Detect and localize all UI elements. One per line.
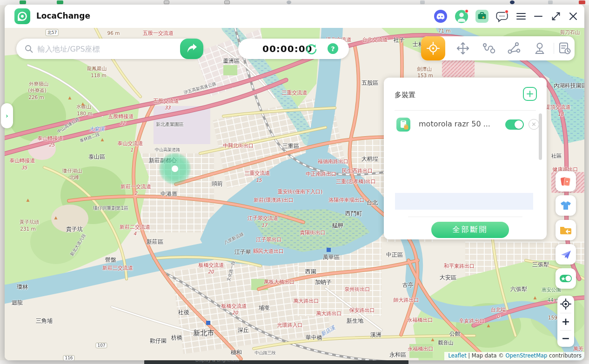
map-label: 保安路出口: [349, 307, 375, 314]
help-button[interactable]: ?: [328, 43, 338, 54]
map-label: 三重區: [282, 142, 299, 150]
history-icon: [558, 41, 572, 55]
teleport-go-button[interactable]: [180, 39, 203, 59]
map-label: 枋橋: [171, 334, 182, 342]
panel-title: 多裝置: [395, 91, 415, 99]
map-label: 三角埔: [36, 317, 53, 325]
toolbox-icon[interactable]: [475, 10, 489, 23]
move-arrows-icon: [456, 41, 470, 55]
map-label: 光環路入口: [277, 322, 303, 329]
map-label: 0: [497, 314, 500, 319]
two-spot-route-icon: [482, 41, 495, 55]
map-label: 萬華區: [323, 253, 340, 261]
map-label: 汐五高架高速公路: [183, 81, 217, 96]
map-label: 新北產業園區: [156, 121, 184, 128]
map-label: 縣民大道出口: [253, 248, 284, 255]
two-spot-mode-button[interactable]: [476, 36, 501, 60]
multi-direction-mode-button[interactable]: [451, 36, 475, 60]
minimize-icon[interactable]: [532, 10, 545, 23]
share-plane-shortcut[interactable]: [556, 244, 576, 265]
panel-scrollbar[interactable]: [539, 113, 542, 160]
map-label: ▲: [27, 198, 30, 202]
device-phone-icon: [396, 118, 410, 132]
map-label: 新莊(環漢路)出口: [254, 197, 294, 204]
cards-icon: [559, 174, 573, 188]
search-input[interactable]: [37, 44, 167, 54]
background-app-icon: [420, 0, 425, 4]
map-label: 福德南路出口: [318, 158, 348, 165]
map-label: 萬大路出口: [316, 310, 342, 317]
tshirt-icon: [559, 199, 573, 212]
feature-toggle-shortcut[interactable]: [556, 268, 576, 289]
maximize-icon[interactable]: [549, 10, 562, 23]
map-label: 159: [548, 315, 557, 320]
map-label: 永和區: [389, 351, 406, 359]
map-label: 瓊仔湖山: [62, 168, 82, 174]
map-label: 116: [63, 355, 74, 360]
map-label: 內湖科技園區: [554, 82, 584, 90]
map-label: 2: [134, 191, 137, 196]
map-label: 35: [21, 165, 27, 170]
map-label: 新莊區: [147, 238, 163, 246]
remove-device-button[interactable]: ✕: [529, 119, 539, 130]
map-label: (外寮崙): [28, 87, 47, 94]
current-location-marker[interactable]: [159, 152, 191, 185]
import-folder-shortcut[interactable]: [556, 220, 576, 240]
notification-dot: [505, 10, 509, 13]
disconnect-all-button[interactable]: 全部斷開: [431, 222, 509, 238]
map-label: 板橋交流道: [199, 262, 224, 269]
map-label: 新莊三交流道: [102, 265, 133, 271]
add-device-button[interactable]: [523, 87, 537, 101]
map-label: 溪洲: [370, 331, 382, 339]
close-icon[interactable]: [567, 10, 580, 23]
map-label: 六張犁: [510, 285, 527, 293]
map-label: 洛陽停車場出口: [329, 197, 365, 204]
map-label: 永福橋出口: [408, 345, 434, 352]
background-app-icon: [510, 0, 515, 4]
map-label: 中正區: [386, 251, 403, 259]
map-label: 新北大道六段: [69, 233, 87, 258]
background-app-icon: [164, 0, 169, 4]
map-label: 泰山交流道: [118, 140, 143, 147]
joystick-icon: [533, 41, 547, 55]
map-label: 埔墘: [259, 304, 270, 312]
map-label: 20: [208, 269, 214, 274]
discord-icon[interactable]: [434, 10, 447, 23]
account-avatar[interactable]: [455, 10, 468, 23]
map-label: 五股區: [361, 79, 378, 87]
map-label: 泰林路二段: [79, 131, 101, 144]
map-label: 台北: [367, 199, 378, 207]
device-connect-toggle[interactable]: [505, 119, 524, 130]
expand-sidebar-tab[interactable]: ›: [1, 103, 13, 128]
menu-icon[interactable]: [515, 10, 528, 23]
multi-device-panel: 多裝置 motorola razr 50 ... ✕ 全部斷開: [384, 78, 547, 239]
map-label: 泰山區: [88, 153, 105, 161]
teleport-mode-button[interactable]: [421, 36, 445, 60]
map-label: 堤頂交流道: [545, 104, 571, 111]
game-cards-shortcut[interactable]: [556, 171, 576, 192]
history-records-button[interactable]: [555, 36, 575, 60]
feedback-chat-icon[interactable]: [495, 10, 509, 23]
zoom-out-button[interactable]: −: [557, 330, 574, 346]
zoom-in-button[interactable]: +: [557, 313, 574, 330]
locate-button[interactable]: [557, 296, 574, 312]
joystick-mode-button[interactable]: [528, 36, 552, 60]
map-label: 水碓山: [76, 104, 91, 110]
map-label: 20: [232, 310, 238, 315]
star-toggle-icon: [559, 271, 573, 285]
tshirt-skins-shortcut[interactable]: [556, 195, 576, 216]
map-label: 中港厝: [161, 190, 177, 198]
map-label: 外寮嶺山: [29, 81, 48, 87]
map-label: 33: [165, 105, 171, 110]
map-label: 和平東路出口: [444, 263, 475, 270]
timer-reset-button[interactable]: [305, 43, 317, 55]
openstreetmap-link[interactable]: OpenStreetMap: [505, 352, 547, 359]
map-label: 32: [120, 120, 126, 126]
leaflet-link[interactable]: Leaflet: [448, 352, 466, 359]
device-row[interactable]: motorola razr 50 ... ✕: [390, 114, 540, 135]
map-label: 北峰: [70, 174, 80, 181]
map-label: 18: [558, 112, 564, 117]
panel-divider: [408, 217, 522, 217]
multi-spot-mode-button[interactable]: [502, 36, 526, 60]
map-label: 三重交流道: [245, 170, 270, 177]
